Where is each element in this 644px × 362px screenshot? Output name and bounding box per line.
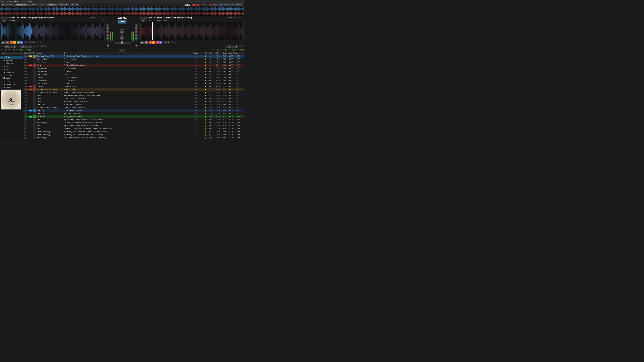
- track-row[interactable]: 🎧 ▶ Ron Basejam Love Don't Wait • • • • …: [24, 67, 244, 70]
- mixer-m-right[interactable]: M: [135, 24, 138, 27]
- mixer-eq-hi-left[interactable]: [106, 30, 109, 33]
- deck-left-hotcue-4[interactable]: 4: [20, 41, 23, 43]
- headphone-icon[interactable]: 🎧: [24, 83, 26, 84]
- deck-right-hotcue-2[interactable]: 2: [152, 41, 155, 43]
- sidebar-item-rekordbox[interactable]: ▷ ◆ Rekordbox: [0, 83, 23, 86]
- star-rating[interactable]: • • • • •: [193, 131, 198, 132]
- on-air-btn[interactable]: ((•)) ON AIR: [218, 3, 230, 6]
- fx-filter-select[interactable]: Filter: [4, 45, 16, 48]
- sidebar-item-crates[interactable]: ▷ ▣ Crates: [0, 65, 23, 68]
- headphone-icon[interactable]: 🎧: [24, 55, 26, 57]
- mixer-m-left[interactable]: M: [106, 24, 109, 27]
- sidebar-item-autodj[interactable]: ▶ Auto DJ: [0, 59, 23, 62]
- mic1-add-btn[interactable]: +: [5, 49, 8, 51]
- play-preview-icon[interactable]: ▶: [26, 107, 27, 108]
- top-waveform-strip-2[interactable]: [0, 11, 244, 16]
- star-rating[interactable]: • • • • •: [193, 95, 198, 96]
- star-rating[interactable]: • • • • •: [193, 110, 198, 111]
- mixer-crossfader-area[interactable]: [114, 41, 130, 44]
- star-rating[interactable]: • • • • •: [193, 125, 198, 126]
- aux1-add-btn[interactable]: +: [217, 49, 219, 51]
- micaux-btn[interactable]: MIC/AUX: [70, 3, 79, 6]
- deck-left-waveform[interactable]: [1, 22, 105, 40]
- track-row[interactable]: 🎧 ▶ Scott Garcia Ft. MC Styles A London …: [24, 91, 244, 94]
- track-row[interactable]: 🎧 ▶ Ron Basejam Someday • • • • • 🔒 A♭ 1…: [24, 70, 244, 73]
- mixer-eq-hi-right[interactable]: [135, 30, 138, 33]
- headphone-icon[interactable]: 🎧: [24, 77, 26, 78]
- mixer-bal-knob[interactable]: [120, 36, 124, 40]
- mixer-eq-lo-left[interactable]: [106, 37, 109, 40]
- star-rating[interactable]: • • • • •: [193, 61, 198, 63]
- play-preview-icon[interactable]: ▶: [26, 98, 27, 99]
- play-preview-icon[interactable]: ▶: [26, 113, 27, 114]
- deck-left-play-btn[interactable]: ▶: [29, 41, 32, 43]
- play-preview-icon[interactable]: ▶: [26, 92, 27, 93]
- header-bpm[interactable]: BPM: [215, 51, 222, 55]
- play-preview-icon[interactable]: ▶: [26, 77, 27, 78]
- star-rating[interactable]: • • • • •: [193, 101, 198, 102]
- mixer-ch-fader-right[interactable]: [136, 40, 137, 49]
- headphone-icon[interactable]: 🎧: [24, 95, 26, 96]
- star-rating[interactable]: • • • • •: [193, 55, 198, 57]
- headphone-icon[interactable]: 🎧: [24, 107, 26, 108]
- waveforms-btn[interactable]: WAVEFORMS: [14, 3, 28, 6]
- big-library-btn[interactable]: BIG LIBRARY: [1, 3, 14, 6]
- star-rating[interactable]: • • • • •: [193, 113, 198, 114]
- play-preview-icon[interactable]: ▶: [26, 55, 27, 57]
- headphone-icon[interactable]: 🎧: [24, 128, 26, 130]
- star-rating[interactable]: • • • • •: [193, 83, 198, 84]
- star-rating[interactable]: • • • • •: [193, 73, 198, 75]
- fx1-btn[interactable]: FX 1 ▼: [40, 45, 47, 47]
- deck-left-cue-btn[interactable]: CUE: [1, 41, 6, 43]
- play-preview-icon[interactable]: ▶: [26, 137, 27, 139]
- mixer-split-btn[interactable]: SPLIT: [119, 49, 125, 51]
- fx-echo-select[interactable]: Echo: [226, 45, 238, 48]
- mic3-add-btn[interactable]: +: [20, 49, 23, 51]
- headphone-icon[interactable]: 🎧: [24, 122, 26, 123]
- play-preview-icon[interactable]: ▶: [26, 80, 27, 81]
- sidebar-item-tracks[interactable]: ▶ ♪ Tracks: [0, 56, 23, 59]
- deck-right-prev-btn[interactable]: ◀: [146, 41, 148, 43]
- menu-library[interactable]: Library: [6, 0, 12, 2]
- deck-left-prev-btn[interactable]: ◀: [6, 41, 9, 43]
- menu-file[interactable]: File: [1, 0, 4, 2]
- menu-options[interactable]: Options: [20, 0, 26, 2]
- deck-left-hotcue-1[interactable]: 1: [10, 41, 12, 43]
- mic2-add-btn[interactable]: +: [13, 49, 15, 51]
- headphone-icon[interactable]: 🎧: [24, 89, 26, 90]
- headphone-icon[interactable]: 🎧: [24, 61, 26, 63]
- deck-right-pause-btn[interactable]: ⏸: [171, 41, 174, 43]
- deck-right-waveform[interactable]: [140, 22, 244, 40]
- header-duration[interactable]: Durat: [222, 51, 228, 55]
- header-key[interactable]: Key: [208, 51, 215, 55]
- play-preview-icon[interactable]: ▶: [26, 101, 27, 102]
- track-row[interactable]: 🎧 ▶ Chic My Forbidden Lover (Dimitri Fro…: [24, 124, 244, 127]
- track-row[interactable]: 🎧 ▶ Norma Jean Wright Saturday (Dimitri …: [24, 130, 244, 133]
- aux2-add-btn[interactable]: +: [225, 49, 228, 51]
- track-row[interactable]: 🎧 ▶ Crackazat Some Day (Original Mix) • …: [24, 103, 244, 106]
- headphone-icon[interactable]: 🎧: [24, 92, 26, 93]
- sidebar-item-history[interactable]: ▷ ⏱ 5 History: [0, 74, 23, 77]
- deck-right-hotcue-4[interactable]: 4: [159, 41, 162, 43]
- top-waveform-strip-1[interactable]: [0, 7, 244, 11]
- star-rating[interactable]: • • • • •: [193, 77, 198, 78]
- deck-left-hotcue-2[interactable]: 2: [13, 41, 16, 43]
- aux3-add-btn[interactable]: +: [233, 49, 236, 51]
- play-preview-icon[interactable]: ▶: [26, 110, 27, 111]
- play-preview-icon[interactable]: ▶: [26, 58, 27, 60]
- play-preview-icon[interactable]: ▶: [26, 67, 27, 69]
- header-cover[interactable]: Cover: [32, 51, 36, 55]
- sidebar-item-computer[interactable]: ▷ 🖥 Computer: [0, 68, 23, 71]
- headphone-icon[interactable]: 🎧: [24, 73, 26, 75]
- effects-btn[interactable]: EFFECTS: [47, 3, 57, 6]
- rec-btn[interactable]: REC: [212, 3, 218, 6]
- mixer-ch-fader-left[interactable]: [107, 40, 108, 49]
- track-row[interactable]: 🎧 ▶ JKriv So True (JKriv's Sunny Splice)…: [24, 64, 244, 67]
- headphone-icon[interactable]: 🎧: [24, 131, 26, 133]
- header-title[interactable]: Title: [64, 51, 192, 55]
- sidebar-item-recordings[interactable]: ⏺ Recordings: [0, 71, 23, 74]
- deck-right-loop-btn[interactable]: ↺: [163, 41, 166, 43]
- star-rating[interactable]: • • • • •: [193, 119, 198, 120]
- 4decks-btn[interactable]: 4 DECKS: [28, 3, 38, 6]
- play-preview-icon[interactable]: ▶: [26, 122, 27, 123]
